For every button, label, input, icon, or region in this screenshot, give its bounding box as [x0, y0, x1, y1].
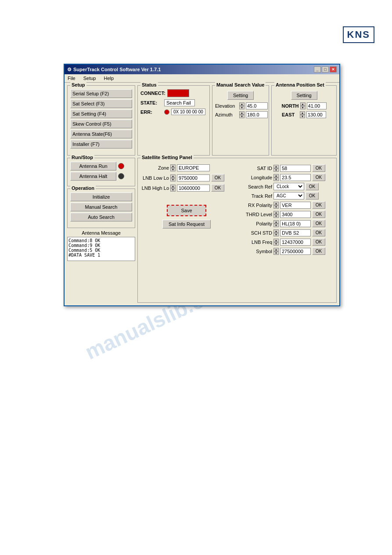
lnb-freq-down[interactable]: ▼ — [273, 242, 279, 246]
elevation-up[interactable]: ▲ — [239, 102, 245, 106]
lnb-low-up[interactable]: ▲ — [170, 174, 176, 178]
lnb-high-ok-button[interactable]: OK — [211, 184, 224, 192]
sch-std-ok-button[interactable]: OK — [312, 229, 325, 236]
menu-help[interactable]: Help — [102, 75, 115, 81]
azimuth-input[interactable] — [246, 111, 268, 118]
menu-file[interactable]: File — [66, 75, 77, 81]
zone-down[interactable]: ▼ — [170, 168, 176, 171]
sat-id-spinner[interactable]: ▲ ▼ — [273, 165, 279, 172]
save-button[interactable]: Save — [167, 205, 206, 216]
elevation-spinner[interactable]: ▲ ▼ — [239, 102, 245, 109]
auto-search-button[interactable]: Auto Search — [70, 213, 132, 221]
lnb-freq-spinner[interactable]: ▲ ▼ — [273, 239, 279, 246]
rx-polarity-down[interactable]: ▼ — [273, 205, 279, 209]
longitude-down[interactable]: ▼ — [273, 178, 279, 181]
lnb-high-down[interactable]: ▼ — [170, 188, 176, 192]
lnb-freq-ok-button[interactable]: OK — [312, 238, 325, 246]
minimize-button[interactable]: _ — [314, 66, 321, 73]
rx-polarity-ok-button[interactable]: OK — [312, 201, 325, 209]
antenna-run-button[interactable]: Antenna Run — [70, 162, 116, 170]
polarity-up[interactable]: ▲ — [273, 220, 279, 224]
skew-control-button[interactable]: Skew Control (F5) — [70, 120, 132, 128]
longitude-ok-button[interactable]: OK — [312, 174, 325, 181]
lnb-low-down[interactable]: ▼ — [170, 178, 176, 181]
north-up[interactable]: ▲ — [300, 102, 306, 106]
thrd-level-ok-button[interactable]: OK — [312, 210, 325, 218]
elevation-label: Elevation — [215, 103, 238, 109]
track-ref-ok-button[interactable]: OK — [306, 192, 319, 200]
zone-up[interactable]: ▲ — [170, 164, 176, 168]
antenna-state-button[interactable]: Antenna State(F6) — [70, 130, 132, 138]
close-button[interactable]: ✕ — [330, 66, 337, 73]
lnb-high-input[interactable] — [177, 185, 210, 192]
thrd-level-up[interactable]: ▲ — [273, 211, 279, 214]
lnb-low-ok-button[interactable]: OK — [211, 174, 224, 181]
sch-std-down[interactable]: ▼ — [273, 233, 279, 236]
sch-std-input[interactable] — [280, 229, 311, 236]
run-stop-panel: Run/Stop Antenna Run Antenna Halt — [67, 158, 135, 186]
manual-search-button[interactable]: Manual Search — [70, 203, 132, 211]
rx-polarity-up[interactable]: ▲ — [273, 202, 279, 205]
polarity-row: Polarity ▲ ▼ OK — [237, 220, 334, 227]
elevation-input[interactable] — [246, 102, 268, 109]
sat-id-input[interactable] — [280, 165, 311, 172]
installer-button[interactable]: Installer (F7) — [70, 140, 132, 149]
lnb-freq-up[interactable]: ▲ — [273, 239, 279, 242]
antenna-halt-button[interactable]: Antenna Halt — [70, 172, 116, 181]
thrd-level-spinner[interactable]: ▲ ▼ — [273, 211, 279, 218]
lnb-low-input[interactable] — [177, 174, 210, 181]
elevation-down[interactable]: ▼ — [239, 106, 245, 109]
antenna-position-setting-button[interactable]: Setting — [291, 91, 317, 100]
lnb-freq-input[interactable] — [280, 239, 311, 246]
err-indicator — [164, 109, 169, 115]
north-input[interactable] — [307, 102, 327, 109]
sat-id-down[interactable]: ▼ — [273, 168, 279, 172]
north-down[interactable]: ▼ — [300, 106, 306, 109]
lnb-low-spinner[interactable]: ▲ ▼ — [170, 174, 176, 181]
sch-std-up[interactable]: ▲ — [273, 229, 279, 233]
rx-polarity-spinner[interactable]: ▲ ▼ — [273, 202, 279, 209]
azimuth-spinner[interactable]: ▲ ▼ — [239, 111, 245, 118]
lnb-high-up[interactable]: ▲ — [170, 185, 176, 188]
azimuth-down[interactable]: ▼ — [239, 115, 245, 118]
symbol-spinner[interactable]: ▲ ▼ — [273, 248, 279, 255]
zone-input[interactable] — [177, 164, 210, 171]
sat-id-ok-button[interactable]: OK — [312, 164, 325, 172]
east-spinner[interactable]: ▲ ▼ — [300, 111, 305, 118]
sch-std-spinner[interactable]: ▲ ▼ — [273, 229, 279, 236]
symbol-ok-button[interactable]: OK — [312, 247, 325, 255]
polarity-down[interactable]: ▼ — [273, 224, 279, 227]
state-label: STATE: — [140, 100, 162, 105]
search-ref-ok-button[interactable]: OK — [306, 183, 319, 190]
east-down[interactable]: ▼ — [300, 115, 305, 118]
longitude-spinner[interactable]: ▲ ▼ — [273, 174, 279, 181]
east-input[interactable] — [306, 111, 326, 118]
longitude-input[interactable] — [280, 174, 311, 181]
sat-setting-button[interactable]: Sat Setting (F4) — [70, 109, 132, 118]
search-ref-select[interactable]: CLock AGC — [273, 183, 304, 190]
symbol-down[interactable]: ▼ — [273, 251, 279, 255]
lnb-high-spinner[interactable]: ▲ ▼ — [170, 185, 176, 192]
serial-setup-button[interactable]: Serial Setup (F2) — [70, 89, 132, 98]
north-spinner[interactable]: ▲ ▼ — [300, 102, 306, 109]
sat-info-request-button[interactable]: Sat Info Request — [162, 220, 211, 229]
maximize-button[interactable]: □ — [322, 66, 329, 73]
symbol-up[interactable]: ▲ — [273, 248, 279, 251]
zone-spinner[interactable]: ▲ ▼ — [170, 164, 176, 171]
polarity-spinner[interactable]: ▲ ▼ — [273, 220, 279, 227]
sat-select-button[interactable]: Sat Select (F3) — [70, 99, 132, 108]
track-ref-select[interactable]: AGC CLock — [273, 192, 304, 200]
menu-setup[interactable]: Setup — [82, 75, 97, 81]
initialize-button[interactable]: Initialize — [70, 192, 132, 201]
polarity-ok-button[interactable]: OK — [312, 220, 325, 227]
thrd-level-down[interactable]: ▼ — [273, 214, 279, 218]
longitude-up[interactable]: ▲ — [273, 174, 279, 178]
rx-polarity-input[interactable] — [280, 202, 311, 209]
east-up[interactable]: ▲ — [300, 111, 305, 115]
manual-search-setting-button[interactable]: Setting — [227, 91, 254, 100]
symbol-input[interactable] — [280, 248, 311, 255]
polarity-input[interactable] — [280, 220, 311, 227]
sat-id-up[interactable]: ▲ — [273, 165, 279, 168]
azimuth-up[interactable]: ▲ — [239, 111, 245, 115]
thrd-level-input[interactable] — [280, 211, 311, 218]
